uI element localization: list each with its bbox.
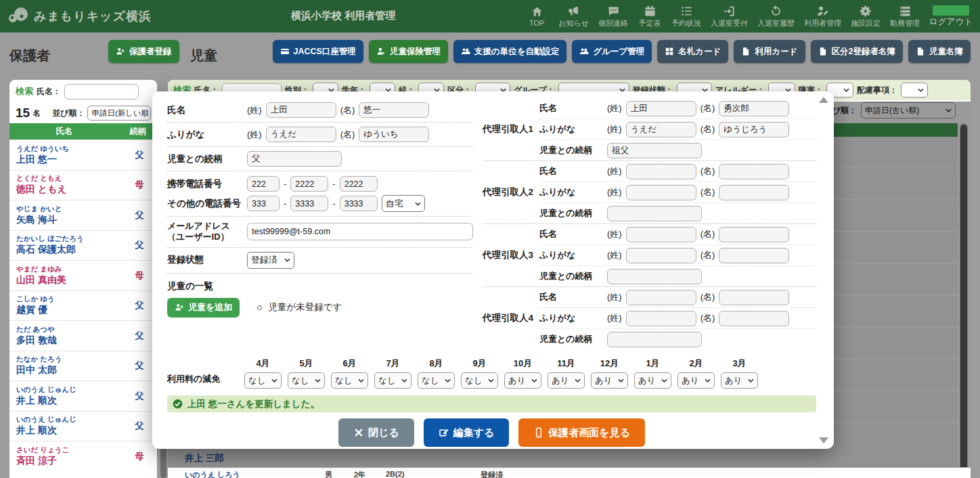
auto-support-unit-button[interactable]: 支援の単位を自動設定 (453, 40, 567, 63)
nav-work-management[interactable]: 勤務管理 (887, 0, 923, 32)
other-phone-2-input[interactable] (290, 196, 328, 211)
discount-select-oct[interactable]: あり (504, 372, 541, 389)
mobile-phone-3-input[interactable] (340, 176, 378, 192)
scroll-down-icon[interactable] (819, 437, 828, 443)
jaccs-account-button[interactable]: JACCS口座管理 (273, 40, 363, 63)
proxy1-sei-input[interactable] (626, 101, 696, 116)
guardian-row[interactable]: いのうえ じゅんじ井上 順次 父 (9, 381, 157, 411)
discount-select-nov[interactable]: あり (548, 372, 585, 389)
mobile-phone-1-input[interactable] (247, 176, 280, 192)
guardian-row[interactable]: たかいし ほごたろう高石 保護太郎 父 (9, 230, 157, 261)
add-child-button[interactable]: 児童を追加 (167, 298, 240, 318)
child-insurance-button[interactable]: 児童保険管理 (369, 40, 448, 63)
proxy2-relation-input[interactable] (607, 206, 702, 221)
group-management-button[interactable]: グループ管理 (572, 40, 652, 63)
search-label: 検索 (16, 85, 33, 97)
bullet-icon (257, 305, 262, 310)
guardian-kana-mei-input[interactable] (359, 127, 429, 142)
nav-facility-settings[interactable]: 施設設定 (847, 0, 884, 32)
enter-door-icon (723, 5, 736, 18)
nav-reservations[interactable]: 予約状況 (668, 0, 705, 32)
check-circle-icon (173, 399, 183, 409)
proxy4-relation-input[interactable] (607, 332, 702, 347)
guardian-detail-modal: 氏名 (姓) (名) ふりがな (姓) (名) 児童との続柄 携帯電話番号 - (152, 91, 834, 449)
mobile-phone-2-input[interactable] (290, 176, 328, 192)
chevron-down-icon (315, 378, 321, 383)
home-icon (531, 5, 543, 18)
view-guardian-screen-button[interactable]: 保護者画面を見る (518, 418, 645, 447)
chevron-down-icon (661, 378, 667, 383)
guardian-row[interactable]: とくだ ともえ徳田 ともえ 母 (9, 170, 157, 200)
proxy3-kana-mei-input[interactable] (719, 248, 789, 263)
proxy1-kana-mei-input[interactable] (719, 122, 789, 137)
proxy1-kana-sei-input[interactable] (626, 122, 696, 137)
child-row[interactable]: いのうえ しろう 男 2年 2B(2) 登録済 (168, 467, 971, 478)
proxy4-sei-input[interactable] (626, 290, 696, 305)
close-button[interactable]: 閉じる (338, 418, 414, 447)
discount-select-mar[interactable]: あり (721, 372, 758, 389)
proxy4-mei-input[interactable] (719, 290, 789, 305)
guardians-sort-select[interactable]: 申請日(新しい順 (87, 106, 151, 121)
discount-select-aug[interactable]: なし (418, 372, 455, 389)
proxy2-sei-input[interactable] (626, 164, 696, 179)
usage-card-button[interactable]: 利用カード (734, 40, 805, 63)
guardian-row[interactable]: いのうえ じゅんじ井上 順次 父 (9, 411, 157, 441)
person-shield-icon (376, 47, 386, 56)
logout-icon (933, 5, 969, 16)
guardian-row[interactable]: やまだ まゆみ山田 真由美 母 (9, 260, 157, 290)
consideration-filter-select[interactable] (901, 83, 928, 97)
other-phone-3-input[interactable] (340, 196, 378, 211)
discount-select-jun[interactable]: なし (331, 372, 368, 389)
guardian-row[interactable]: さいだ りょうこ斉田 涼子 母 (9, 441, 157, 471)
proxy1-mei-input[interactable] (719, 101, 789, 116)
children-roster-button[interactable]: 児童名簿 (908, 40, 971, 63)
registration-status-select[interactable]: 登録済 (247, 252, 294, 269)
nav-news[interactable]: お知らせ (555, 0, 592, 32)
proxy3-mei-input[interactable] (719, 227, 789, 242)
proxy4-kana-mei-input[interactable] (719, 311, 789, 326)
edit-button[interactable]: 編集する (424, 418, 510, 447)
name-tag-card-button[interactable]: 名札カード (657, 40, 728, 63)
proxy2-mei-input[interactable] (719, 164, 789, 179)
nav-checkin[interactable]: 入退室受付 (707, 0, 751, 32)
guardian-relation-input[interactable] (247, 151, 342, 167)
discount-select-feb[interactable]: あり (677, 372, 715, 389)
discount-select-may[interactable]: なし (288, 372, 325, 389)
month-column: 11月 あり (548, 357, 585, 389)
logout-button[interactable]: ログアウト (926, 0, 976, 32)
nav-top[interactable]: TOP (521, 0, 552, 32)
guardian-row[interactable]: たなか たろう田中 太郎 父 (9, 351, 157, 381)
nav-messages[interactable]: 個別連絡 (595, 0, 631, 32)
guardian-kana-sei-input[interactable] (266, 127, 336, 142)
proxy3-sei-input[interactable] (626, 227, 696, 242)
nav-history[interactable]: 入退室履歴 (754, 0, 798, 32)
proxy4-kana-sei-input[interactable] (626, 311, 696, 326)
email-input[interactable] (247, 223, 473, 240)
discount-select-dec[interactable]: あり (591, 372, 628, 389)
guardian-row[interactable]: ただ あつや多田 敦哉 父 (9, 320, 157, 351)
guardian-row[interactable]: やじま かいと矢島 海斗 父 (9, 200, 157, 230)
guardian-row[interactable]: うえだ ゆういち上田 悠一 父 (9, 139, 157, 170)
guardian-sei-input[interactable] (266, 102, 336, 118)
register-guardian-button[interactable]: 保護者登録 (108, 40, 179, 63)
discount-select-apr[interactable]: なし (244, 372, 282, 389)
category2-roster-button[interactable]: 区分2登録者名簿 (811, 40, 903, 63)
proxy2-kana-mei-input[interactable] (719, 185, 789, 200)
phone-type-select[interactable]: 自宅 (382, 195, 425, 212)
discount-select-jul[interactable]: なし (374, 372, 411, 389)
chevron-down-icon (358, 378, 364, 383)
proxy1-relation-input[interactable] (607, 143, 702, 158)
proxy3-relation-input[interactable] (607, 269, 702, 284)
guardian-mei-input[interactable] (359, 102, 429, 118)
guardian-name-search-input[interactable] (64, 84, 139, 100)
other-phone-1-input[interactable] (247, 196, 280, 211)
discount-select-sep[interactable]: なし (461, 372, 498, 389)
close-icon (353, 427, 364, 438)
scroll-up-icon[interactable] (819, 97, 828, 103)
nav-schedule[interactable]: 予定表 (634, 0, 665, 32)
proxy2-kana-sei-input[interactable] (626, 185, 696, 200)
proxy3-kana-sei-input[interactable] (626, 248, 696, 263)
nav-user-management[interactable]: 利用者管理 (801, 0, 845, 32)
guardian-row[interactable]: こしか ゆう越賀 優 父 (9, 290, 157, 321)
discount-select-jan[interactable]: あり (634, 372, 671, 389)
